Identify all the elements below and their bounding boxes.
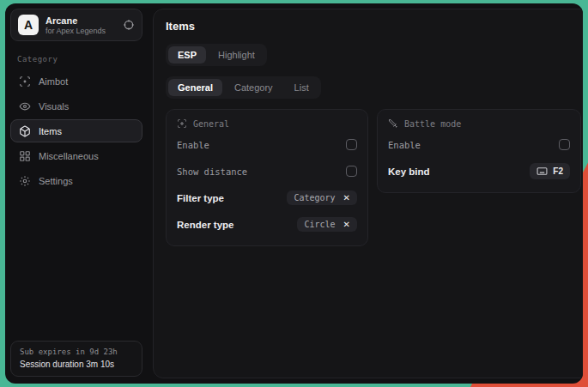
- setting-row-key-bind: Key bind F2: [388, 160, 570, 182]
- sidebar-spacer: [9, 193, 144, 341]
- target-icon[interactable]: [123, 19, 135, 31]
- sidebar-item-label: Aimbot: [39, 76, 68, 87]
- sidebar-item-label: Miscellaneous: [39, 151, 99, 161]
- brand-card: A Arcane for Apex Legends: [10, 9, 142, 41]
- setting-label: Key bind: [388, 166, 430, 177]
- app-logo: A: [18, 15, 39, 35]
- setting-label: Filter type: [177, 193, 224, 203]
- brand-subtitle: for Apex Legends: [45, 27, 106, 35]
- tab-highlight[interactable]: Highlight: [209, 46, 264, 63]
- sub-expires-text: Sub expires in 9d 23h: [20, 348, 133, 356]
- setting-row-filter-type: Filter type Category ✕: [177, 187, 357, 209]
- battle-panel-title: Battle mode: [404, 119, 461, 129]
- mode-tab-row: ESP Highlight: [166, 44, 581, 66]
- brand-text: Arcane for Apex Legends: [45, 15, 106, 35]
- render-type-value: Circle: [304, 220, 335, 229]
- eye-icon: [19, 100, 31, 112]
- setting-label: Render type: [177, 220, 233, 230]
- grid-icon: [19, 150, 31, 162]
- setting-row-battle-enable: Enable: [388, 134, 570, 155]
- sidebar-item-label: Items: [39, 126, 62, 136]
- battle-panel-header: Battle mode: [388, 118, 570, 129]
- mode-tab-group: ESP Highlight: [166, 44, 267, 66]
- sword-icon: [388, 118, 398, 129]
- session-card: Sub expires in 9d 23h Session duration 3…: [10, 341, 142, 377]
- app-window: A Arcane for Apex Legends Category Aimbo…: [5, 3, 583, 384]
- view-tab-row: General Category List: [166, 76, 581, 99]
- enable-checkbox[interactable]: [346, 139, 357, 150]
- tab-esp[interactable]: ESP: [168, 46, 206, 63]
- clear-filter-icon[interactable]: ✕: [343, 194, 350, 203]
- panels-row: General Enable Show distance Filter type…: [166, 109, 581, 246]
- setting-label: Enable: [177, 140, 209, 150]
- main-panel: Items ESP Highlight General Category Lis…: [153, 9, 583, 378]
- crosshair-scan-icon: [19, 76, 31, 88]
- setting-label: Enable: [388, 140, 421, 150]
- sidebar-item-aimbot[interactable]: Aimbot: [10, 70, 142, 93]
- category-section-label: Category: [17, 55, 136, 63]
- view-tab-group: General Category List: [166, 76, 321, 99]
- tab-general[interactable]: General: [168, 79, 222, 96]
- general-panel-header: General: [177, 118, 357, 129]
- gear-icon: [19, 175, 31, 187]
- sidebar-item-items[interactable]: Items: [10, 119, 142, 142]
- brand-name: Arcane: [45, 15, 106, 26]
- keyboard-icon: [536, 166, 548, 177]
- battle-enable-checkbox[interactable]: [559, 139, 570, 150]
- filter-type-select[interactable]: Category ✕: [287, 190, 357, 205]
- key-bind-value: F2: [553, 166, 563, 176]
- sidebar-item-visuals[interactable]: Visuals: [10, 94, 142, 118]
- package-icon: [19, 125, 31, 137]
- sidebar-item-label: Settings: [39, 176, 73, 186]
- general-panel-title: General: [193, 119, 229, 129]
- sidebar-item-miscellaneous[interactable]: Miscellaneous: [10, 144, 142, 167]
- battle-mode-panel: Battle mode Enable Key bind F2: [377, 109, 581, 193]
- page-title: Items: [166, 20, 581, 33]
- setting-row-enable: Enable: [177, 134, 357, 155]
- sidebar-item-label: Visuals: [39, 101, 69, 112]
- show-distance-checkbox[interactable]: [346, 166, 357, 177]
- sidebar: A Arcane for Apex Legends Category Aimbo…: [5, 3, 148, 384]
- scan-dot-icon: [177, 118, 187, 129]
- clear-render-icon[interactable]: ✕: [343, 221, 350, 229]
- setting-row-render-type: Render type Circle ✕: [177, 214, 357, 235]
- general-panel: General Enable Show distance Filter type…: [166, 109, 368, 246]
- setting-label: Show distance: [177, 166, 247, 177]
- key-bind-button[interactable]: F2: [530, 163, 570, 179]
- filter-type-value: Category: [294, 193, 335, 203]
- render-type-select[interactable]: Circle ✕: [297, 217, 357, 232]
- session-duration-text: Session duration 3m 10s: [20, 360, 133, 369]
- sidebar-item-settings[interactable]: Settings: [10, 169, 142, 192]
- tab-category[interactable]: Category: [225, 79, 282, 96]
- setting-row-show-distance: Show distance: [177, 160, 357, 182]
- tab-list[interactable]: List: [285, 79, 318, 96]
